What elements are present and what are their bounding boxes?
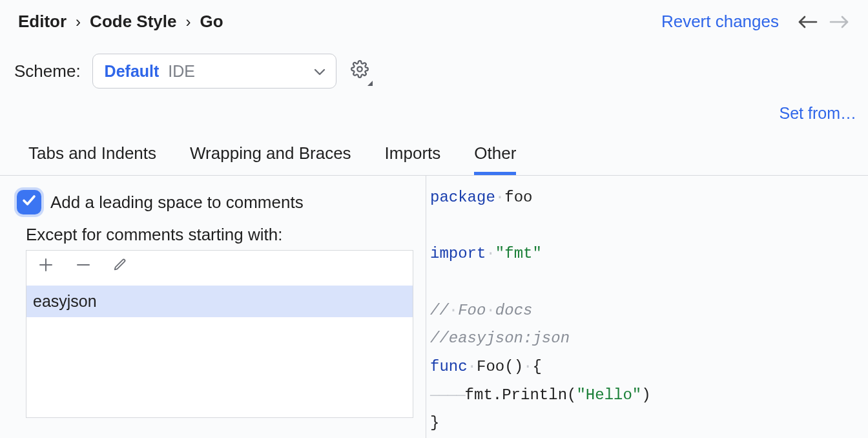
code-token: import [430, 245, 486, 262]
edit-prefix-button[interactable] [113, 258, 127, 276]
chevron-down-icon [314, 62, 326, 80]
scheme-value: Default [105, 62, 160, 81]
chevron-right-icon: › [185, 13, 191, 31]
breadcrumb: Editor › Code Style › Go [18, 12, 223, 32]
code-token: foo [504, 189, 532, 206]
gear-icon [351, 60, 369, 82]
tab-wrapping-and-braces[interactable]: Wrapping and Braces [190, 137, 351, 175]
breadcrumb-editor[interactable]: Editor [18, 12, 67, 32]
forward-button [829, 14, 850, 30]
comment-prefix-list: easyjson [26, 250, 413, 418]
code-token: //easyjson:json [430, 329, 570, 347]
scheme-label: Scheme: [14, 61, 81, 81]
code-token: "Hello" [576, 386, 641, 404]
tab-other[interactable]: Other [474, 137, 516, 175]
code-token: package [430, 189, 495, 206]
set-from-link[interactable]: Set from… [780, 104, 856, 122]
code-token: } [430, 414, 439, 432]
add-prefix-button[interactable] [38, 257, 54, 276]
plus-icon [38, 257, 54, 276]
except-for-label: Except for comments starting with: [17, 221, 426, 250]
remove-prefix-button[interactable] [76, 257, 91, 276]
breadcrumb-go: Go [200, 12, 223, 32]
minus-icon [76, 257, 91, 276]
pencil-icon [113, 258, 127, 276]
scheme-actions-button[interactable] [348, 57, 371, 85]
add-leading-space-checkbox[interactable] [17, 190, 41, 214]
revert-changes-link[interactable]: Revert changes [661, 12, 779, 32]
chevron-right-icon: › [76, 13, 81, 31]
tab-tabs-and-indents[interactable]: Tabs and Indents [28, 137, 156, 175]
code-token: ) [641, 386, 650, 404]
scheme-select[interactable]: Default IDE [92, 54, 336, 89]
code-token: fmt.Println( [465, 386, 577, 404]
code-token: func [430, 358, 468, 375]
code-style-tabs: Tabs and Indents Wrapping and Braces Imp… [0, 123, 868, 176]
tab-imports[interactable]: Imports [385, 137, 441, 175]
add-leading-space-label: Add a leading space to comments [50, 193, 304, 213]
code-token: "fmt" [495, 245, 542, 262]
back-button[interactable] [797, 14, 818, 30]
scheme-scope: IDE [168, 62, 195, 81]
svg-point-0 [357, 67, 362, 71]
check-icon [21, 193, 37, 213]
breadcrumb-codestyle[interactable]: Code Style [90, 12, 176, 32]
comment-prefix-item[interactable]: easyjson [26, 286, 413, 317]
code-preview: package·foo import·"fmt" //·Foo·docs //e… [430, 183, 868, 437]
